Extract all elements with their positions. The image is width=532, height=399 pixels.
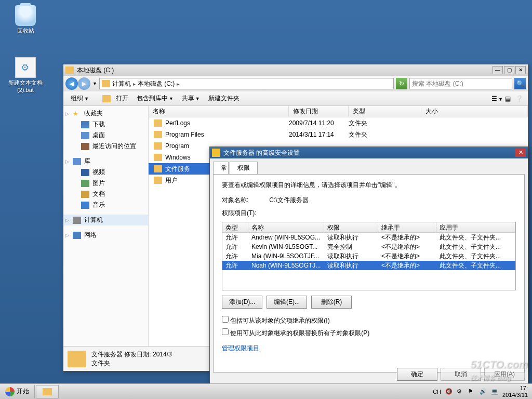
newfolder-button[interactable]: 新建文件夹 (205, 93, 243, 104)
recycle-bin[interactable]: 回收站 (7, 5, 44, 35)
search-field[interactable] (409, 78, 512, 89)
start-button[interactable]: 开始 (0, 385, 35, 398)
inherit-checkbox-label[interactable]: 包括可从该对象的父项继承的权限(I) (222, 316, 516, 325)
tray-icon[interactable]: ⚑ (468, 388, 475, 395)
organize-menu[interactable]: 组织▼ (68, 93, 92, 104)
clock[interactable]: 17: 2014/3/11 (502, 385, 528, 398)
search-input[interactable] (412, 80, 510, 87)
file-row[interactable]: PerfLogs2009/7/14 11:20文件夹 (149, 117, 528, 129)
address-bar: ◄ ► ▼ 计算机 ▸ 本地磁盘 (C:) ▸ ↻ 🔍 (63, 76, 528, 91)
sidebar-doc[interactable]: 文档 (63, 189, 148, 200)
windows-icon (5, 387, 15, 396)
picture-icon (81, 180, 89, 187)
sidebar: ★收藏夹 下载 桌面 最近访问的位置 库 视频 图片 文档 音乐 计算机 网络 (63, 106, 149, 346)
sidebar-network[interactable]: 网络 (63, 230, 148, 241)
replace-checkbox-label[interactable]: 使用可从此对象继承的权限替换所有子对象权限(P) (222, 328, 516, 338)
window-title: 本地磁盘 (C:) (77, 66, 493, 75)
folder-icon (154, 119, 162, 127)
col-apply[interactable]: 应用于 (436, 222, 515, 232)
forward-button[interactable]: ► (78, 77, 90, 90)
perm-row[interactable]: 允许Kevin (WIN-9L5SOGT...完全控制<不是继承的>此文件夹、子… (222, 242, 515, 251)
perm-row[interactable]: 允许Noah (WIN-9L5SOGTJ...读取和执行<不是继承的>此文件夹、… (222, 261, 515, 270)
sidebar-downloads[interactable]: 下载 (63, 119, 148, 130)
add-button[interactable]: 添加(D)... (222, 296, 262, 309)
lang-indicator[interactable]: CH (433, 389, 441, 395)
recent-icon (81, 143, 89, 150)
col-inherit[interactable]: 继承于 (378, 222, 436, 232)
sidebar-computer[interactable]: 计算机 (63, 215, 148, 225)
close-button[interactable]: ✕ (515, 66, 526, 74)
help-button[interactable]: ❔ (514, 94, 524, 103)
recycle-icon (15, 5, 36, 26)
download-icon (81, 121, 89, 128)
folder-icon (154, 154, 162, 161)
folder-icon (102, 80, 110, 87)
view-button[interactable]: ☰▼ (491, 94, 501, 103)
apply-button[interactable]: 应用(A) (484, 368, 525, 381)
tray-icon[interactable]: 🔊 (480, 388, 487, 395)
folder-icon (154, 131, 162, 138)
taskbar: 开始 CH 🔇 ⚙ ⚑ 🔊 💻 17: 2014/3/11 (0, 383, 532, 399)
maximize-button[interactable]: ▢ (504, 66, 514, 74)
refresh-button[interactable]: ↻ (396, 78, 407, 89)
dialog-titlebar[interactable]: 文件服务器 的高级安全设置 ✕ (210, 147, 528, 158)
col-name[interactable]: 名称 (248, 222, 324, 232)
object-label: 对象名称: (222, 196, 268, 205)
tab-general[interactable]: 常 (213, 162, 229, 174)
col-type[interactable]: 类型 (349, 106, 421, 117)
sidebar-desktop[interactable]: 桌面 (63, 130, 148, 141)
perm-label: 权限项目(T): (222, 209, 516, 218)
share-menu[interactable]: 共享▼ (179, 93, 203, 104)
folder-icon (154, 177, 162, 184)
remove-button[interactable]: 删除(R) (311, 296, 352, 309)
ok-button[interactable]: 确定 (397, 368, 437, 381)
col-name[interactable]: 名称 (149, 106, 289, 117)
preview-button[interactable]: ▤ (503, 94, 512, 103)
tray-icon[interactable]: 💻 (491, 388, 498, 395)
replace-checkbox[interactable] (222, 328, 229, 335)
folder-icon (65, 66, 74, 74)
sidebar-video[interactable]: 视频 (63, 167, 148, 178)
edit-button[interactable]: 编辑(E)... (267, 296, 307, 309)
sidebar-recent[interactable]: 最近访问的位置 (63, 141, 148, 152)
tab-permissions[interactable]: 权限 (230, 162, 258, 174)
tray-icon[interactable]: ⚙ (457, 388, 464, 395)
perm-row[interactable]: 允许Andrew (WIN-9L5SOG...读取和执行<不是继承的>此文件夹、… (222, 233, 515, 242)
dialog-close-button[interactable]: ✕ (515, 149, 526, 157)
cancel-button[interactable]: 取消 (441, 368, 481, 381)
network-icon (73, 232, 81, 239)
bat-file[interactable]: 新建文本文档 (2).bat (7, 57, 44, 93)
sidebar-library[interactable]: 库 (63, 156, 148, 167)
task-explorer[interactable] (36, 385, 59, 398)
titlebar[interactable]: 本地磁盘 (C:) — ▢ ✕ (63, 64, 528, 76)
include-menu[interactable]: 包含到库中▼ (134, 93, 177, 104)
perm-row[interactable]: 允许Mia (WIN-9L5SOGTJF...读取和执行<不是继承的>此文件夹、… (222, 251, 515, 261)
breadcrumb-computer[interactable]: 计算机 (112, 79, 131, 88)
toolbar: 组织▼ 打开 包含到库中▼ 共享▼ 新建文件夹 ☰▼ ▤ ❔ (63, 91, 528, 106)
col-size[interactable]: 大小 (421, 106, 528, 117)
back-button[interactable]: ◄ (65, 77, 78, 90)
folder-icon (154, 165, 162, 172)
sidebar-music[interactable]: 音乐 (63, 200, 148, 210)
breadcrumb-arrow-icon: ▸ (177, 81, 179, 87)
search-button[interactable]: 🔍 (514, 78, 526, 89)
manage-link[interactable]: 管理权限项目 (222, 344, 259, 352)
system-tray: CH 🔇 ⚙ ⚑ 🔊 💻 17: 2014/3/11 (429, 385, 532, 398)
breadcrumb-drive[interactable]: 本地磁盘 (C:) (138, 79, 175, 88)
col-date[interactable]: 修改日期 (289, 106, 349, 117)
computer-icon (73, 217, 81, 224)
folder-icon (154, 142, 162, 150)
col-type[interactable]: 类型 (222, 222, 248, 232)
minimize-button[interactable]: — (493, 66, 503, 74)
nav-dropdown-icon[interactable]: ▼ (92, 81, 97, 86)
file-row[interactable]: Program Files2014/3/11 17:14文件夹 (149, 129, 528, 140)
sidebar-picture[interactable]: 图片 (63, 178, 148, 189)
address-field[interactable]: 计算机 ▸ 本地磁盘 (C:) ▸ (99, 78, 394, 89)
breadcrumb-arrow-icon: ▸ (133, 81, 136, 87)
open-button[interactable]: 打开 (113, 93, 131, 104)
sidebar-favorites[interactable]: ★收藏夹 (63, 108, 148, 119)
file-icon (15, 57, 36, 78)
tray-icon[interactable]: 🔇 (445, 388, 453, 395)
col-perm[interactable]: 权限 (324, 222, 378, 232)
inherit-checkbox[interactable] (222, 316, 229, 323)
